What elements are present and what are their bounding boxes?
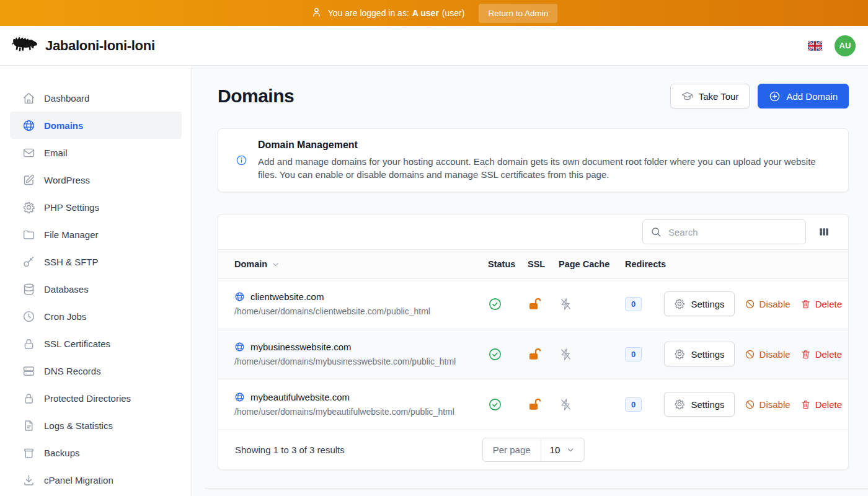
disable-button[interactable]: Disable — [745, 349, 790, 360]
sidebar-item-dns-records[interactable]: DNS Records — [10, 357, 182, 384]
disable-button[interactable]: Disable — [745, 399, 790, 410]
banner-message: You are logged in as: A user (user) — [328, 8, 465, 18]
sidebar-item-email[interactable]: Email — [10, 139, 182, 166]
disable-button[interactable]: Disable — [745, 299, 790, 309]
pencil-icon — [22, 174, 35, 187]
impersonated-user: A user — [412, 8, 439, 18]
take-tour-button[interactable]: Take Tour — [670, 84, 750, 108]
ssl-unlocked-icon — [528, 347, 559, 361]
settings-button[interactable]: Settings — [664, 291, 734, 316]
sidebar-item-backups[interactable]: Backups — [10, 439, 182, 466]
home-icon — [22, 92, 35, 105]
slash-circle-icon — [745, 399, 755, 410]
delete-button[interactable]: Delete — [800, 349, 842, 360]
status-enabled-icon — [488, 297, 528, 311]
chevron-down-icon — [565, 445, 575, 454]
table-row: clientwebsite.com /home/user/domains/cli… — [218, 279, 848, 329]
settings-button[interactable]: Settings — [664, 342, 734, 366]
sidebar-item-cron-jobs[interactable]: Cron Jobs — [10, 303, 182, 330]
language-flag-icon[interactable] — [808, 41, 822, 51]
sidebar-item-dashboard[interactable]: Dashboard — [10, 84, 182, 112]
folder-icon — [22, 228, 35, 241]
clock-icon — [22, 310, 35, 323]
page-cache-off-icon — [559, 297, 625, 311]
person-icon — [311, 6, 322, 20]
sidebar-item-databases[interactable]: Databases — [10, 275, 182, 303]
info-box: Domain Management Add and manage domains… — [218, 128, 849, 192]
info-icon — [236, 154, 247, 166]
mail-icon — [22, 146, 35, 159]
redirects-count-badge: 0 — [625, 297, 642, 311]
page-cache-off-icon — [559, 397, 625, 412]
server-icon — [22, 365, 35, 378]
results-summary: Showing 1 to 3 of 3 results — [235, 445, 345, 455]
per-page-select[interactable]: 10 — [541, 438, 584, 461]
domains-table-card: Domain Status SSL Page Cache Redirects c… — [218, 214, 849, 470]
trash-icon — [800, 349, 811, 360]
redirects-count-badge: 0 — [625, 397, 642, 412]
gear-icon — [22, 201, 35, 214]
column-header-redirects: Redirects — [625, 259, 678, 269]
info-body: Add and manage domains for your hosting … — [258, 155, 831, 181]
sidebar-item-ssl-certificates[interactable]: SSL Certificates — [10, 330, 182, 357]
chevron-down-icon — [271, 260, 280, 269]
page-cache-off-icon — [559, 347, 625, 361]
lock-icon — [22, 337, 35, 350]
redirects-count-badge: 0 — [625, 347, 642, 361]
add-domain-button[interactable]: Add Domain — [758, 84, 849, 108]
return-to-admin-button[interactable]: Return to Admin — [479, 4, 557, 23]
globe-icon — [22, 119, 35, 132]
boar-logo-icon — [10, 33, 38, 58]
columns-icon — [818, 226, 830, 238]
app-header: Jabaloni-loni-loni AU — [0, 26, 868, 66]
main-content: Domains Take Tour Add Domain Domain Mana… — [192, 66, 868, 496]
toggle-columns-button[interactable] — [817, 224, 831, 239]
settings-button[interactable]: Settings — [664, 392, 734, 417]
sidebar-item-ssh-sftp[interactable]: SSH & SFTP — [10, 248, 182, 275]
table-footer: Showing 1 to 3 of 3 results Per page 10 — [218, 430, 848, 469]
sidebar-item-logs-statistics[interactable]: Logs & Statistics — [10, 412, 182, 439]
table-row: mybeautifulwebsite.com /home/user/domain… — [218, 379, 848, 430]
sidebar-item-wordpress[interactable]: WordPress — [10, 166, 182, 193]
impersonation-banner: You are logged in as: A user (user) Retu… — [0, 0, 868, 26]
info-title: Domain Management — [258, 140, 831, 151]
gear-icon — [674, 399, 685, 410]
table-row: mybusinesswebsite.com /home/user/domains… — [218, 329, 848, 379]
status-enabled-icon — [488, 397, 528, 412]
slash-circle-icon — [745, 299, 755, 309]
table-toolbar — [218, 215, 848, 249]
archive-icon — [22, 446, 35, 459]
search-icon — [650, 226, 662, 237]
sidebar-item-file-manager[interactable]: File Manager — [10, 221, 182, 248]
document-root-path: /home/user/domains/mybeautifulwebsite.co… — [234, 407, 488, 417]
sidebar-item-domains[interactable]: Domains — [10, 112, 182, 139]
lock-icon — [22, 392, 35, 405]
column-header-status: Status — [488, 259, 528, 269]
gear-icon — [674, 298, 685, 309]
slash-circle-icon — [745, 349, 755, 360]
search-input[interactable] — [667, 226, 798, 238]
column-header-page-cache: Page Cache — [559, 259, 625, 269]
status-enabled-icon — [488, 347, 528, 361]
globe-icon — [234, 392, 245, 402]
delete-button[interactable]: Delete — [800, 299, 842, 309]
gear-icon — [674, 348, 685, 360]
page-title: Domains — [218, 86, 294, 107]
table-header-row: Domain Status SSL Page Cache Redirects — [218, 249, 848, 279]
trash-icon — [800, 399, 811, 410]
sidebar-item-protected-directories[interactable]: Protected Directories — [10, 384, 182, 412]
column-header-domain[interactable]: Domain — [218, 259, 488, 269]
trash-icon — [800, 299, 811, 309]
document-root-path: /home/user/domains/clientwebsite.com/pub… — [234, 306, 488, 316]
sidebar-item-php-settings[interactable]: PHP Settings — [10, 193, 182, 221]
search-box — [642, 219, 806, 244]
footer-divider — [205, 488, 868, 489]
document-root-path: /home/user/domains/mybusinesswebsite.com… — [234, 356, 488, 366]
brand: Jabaloni-loni-loni — [10, 33, 155, 58]
per-page-control: Per page 10 — [482, 438, 585, 462]
user-avatar[interactable]: AU — [835, 35, 856, 56]
key-icon — [22, 255, 35, 268]
delete-button[interactable]: Delete — [800, 399, 842, 410]
domain-name: mybusinesswebsite.com — [250, 342, 352, 352]
sidebar-item-cpanel-migration[interactable]: cPanel Migration — [10, 466, 182, 494]
